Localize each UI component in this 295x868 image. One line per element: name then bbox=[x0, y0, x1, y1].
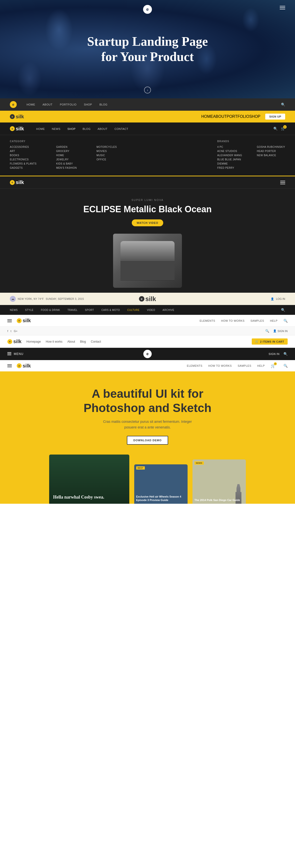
googleplus-link[interactable]: G+ bbox=[14, 330, 18, 333]
news-cat-cars[interactable]: CARS & MOTO bbox=[101, 309, 120, 311]
yellow-nav-home[interactable]: HOME bbox=[201, 114, 213, 119]
dropdown-nav-search-icon[interactable]: 🔍 bbox=[273, 127, 277, 131]
brand-new-balance[interactable]: NEW BALANCE bbox=[257, 154, 285, 157]
elements2-link-how[interactable]: HOW TO WORKS bbox=[208, 364, 232, 367]
dark-nav-search-icon[interactable]: 🔍 bbox=[281, 102, 285, 106]
news-search-icon[interactable]: 🔍 bbox=[281, 308, 285, 312]
dropdown-nav-logo-icon: e bbox=[10, 126, 15, 131]
news-cat-archive[interactable]: ARCHIVE bbox=[163, 309, 174, 311]
elements-link-samples[interactable]: SAMPLES bbox=[251, 319, 264, 322]
news-cat-travel[interactable]: TRAVEL bbox=[67, 309, 77, 311]
cat-kids[interactable]: KIDS & BABY bbox=[56, 162, 77, 165]
twitter-link[interactable]: t bbox=[10, 330, 11, 333]
brand-gosha[interactable]: GOSHA RUBCHINSKIY bbox=[257, 146, 285, 148]
cat-jewelry[interactable]: JEWELRY bbox=[56, 158, 77, 161]
yellow-nav-shop[interactable]: SHOP bbox=[249, 114, 260, 119]
product-nav-hamburger[interactable] bbox=[280, 181, 285, 184]
brand-fredperry[interactable]: FRED PERRY bbox=[217, 166, 242, 169]
menu-bar-center-logo[interactable]: e bbox=[143, 350, 152, 358]
elements-nav2-bar: e silk ELEMENTS HOW TO WORKS SAMPLES HEL… bbox=[0, 360, 295, 372]
cart-button[interactable]: 🛒 2 ITEMS IN CART bbox=[252, 338, 288, 345]
elements-link-how[interactable]: HOW TO WORKS bbox=[221, 319, 244, 322]
news-cat-food[interactable]: FOOD & DRINK bbox=[41, 309, 60, 311]
cat-garden[interactable]: GARDEN bbox=[56, 146, 77, 148]
dark-nav-portfolio[interactable]: PORTFOLIO bbox=[60, 103, 76, 106]
brand-4pc[interactable]: 4 PC bbox=[217, 146, 242, 148]
menu-toggle[interactable]: MENU bbox=[7, 352, 23, 356]
cat-mens-fashion[interactable]: MEN'S FASHION bbox=[56, 166, 77, 169]
yellow-nav-signup-button[interactable]: SIGN UP bbox=[265, 114, 285, 120]
cat-electronics[interactable]: ELECTRONICS bbox=[10, 158, 37, 161]
cat-art[interactable]: ART bbox=[10, 150, 37, 153]
brand-head[interactable]: HEAD PORTER bbox=[257, 150, 285, 153]
dark-nav-about[interactable]: ABOUT bbox=[42, 103, 52, 106]
news-cat-style[interactable]: STYLE bbox=[25, 309, 33, 311]
elements-link-elements[interactable]: ELEMENTS bbox=[200, 319, 215, 322]
social-bar-search-icon[interactable]: 🔍 bbox=[265, 329, 269, 333]
shop-nav-blog[interactable]: Blog bbox=[80, 340, 86, 343]
download-demo-button[interactable]: DOWNLOAD DEMO bbox=[127, 436, 168, 445]
dropdown-nav-brand: e silk bbox=[10, 126, 24, 132]
shop-nav-contact[interactable]: Contact bbox=[91, 340, 101, 343]
menu-signin-button[interactable]: SIGN IN bbox=[269, 352, 280, 355]
shop-nav-brand-text: silk bbox=[13, 339, 22, 344]
dark-nav-home[interactable]: HOME bbox=[27, 103, 35, 106]
elements2-link-elements[interactable]: ELEMENTS bbox=[187, 364, 202, 367]
dark-nav-logo[interactable]: e bbox=[10, 101, 17, 108]
dropdown-nav-news[interactable]: NEWS bbox=[52, 127, 61, 130]
brand-diemme[interactable]: DIEMME bbox=[217, 162, 242, 165]
signin-link[interactable]: 👤 SIGN IN bbox=[273, 329, 288, 333]
yellow-nav-brand-text: silk bbox=[16, 114, 24, 120]
shop-nav-how[interactable]: How it works bbox=[46, 340, 62, 343]
news-nav-wrapper: ☁ NEW YORK, NY 74°F Sunday, September 3,… bbox=[0, 293, 295, 315]
dropdown-nav-about[interactable]: ABOUT bbox=[98, 127, 107, 130]
brand-alexander[interactable]: ALEXANDER WANG bbox=[217, 154, 242, 157]
menu-search-icon[interactable]: 🔍 bbox=[284, 352, 288, 356]
cat-gadgets[interactable]: GADGETS bbox=[10, 166, 37, 169]
news-cat-culture[interactable]: CULTURE bbox=[127, 309, 140, 311]
product-title: ECLIPSE Metallic Black Ocean bbox=[83, 204, 212, 215]
hero-hamburger-icon[interactable] bbox=[280, 6, 285, 9]
hero-scroll-button[interactable]: ↓ bbox=[144, 87, 151, 93]
elements-nav2-cart[interactable]: 🛒 0 bbox=[271, 364, 275, 368]
facebook-link[interactable]: f bbox=[7, 330, 8, 333]
hero-logo[interactable]: e bbox=[143, 5, 152, 14]
dropdown-nav-shop[interactable]: SHOP bbox=[67, 127, 75, 130]
dark-nav-blog[interactable]: BLOG bbox=[99, 103, 107, 106]
shop-nav-homepage[interactable]: Homepage bbox=[26, 340, 41, 343]
cat-movies[interactable]: MOVIES bbox=[97, 150, 117, 153]
elements-nav2-search-icon[interactable]: 🔍 bbox=[284, 364, 288, 368]
elements-nav-hamburger[interactable] bbox=[7, 319, 12, 322]
elements-link-help[interactable]: HELP bbox=[270, 319, 277, 322]
elements2-link-help[interactable]: HELP bbox=[257, 364, 265, 367]
brand-acne[interactable]: ACNE STUDIOS bbox=[217, 150, 242, 153]
cat-flowers[interactable]: FLOWERS & PLANTS bbox=[10, 162, 37, 165]
watch-video-button[interactable]: WATCH VIDEO bbox=[132, 219, 163, 226]
cat-home[interactable]: HOME bbox=[56, 154, 77, 157]
elements-nav-search-icon[interactable]: 🔍 bbox=[284, 319, 288, 323]
brand-blueblue[interactable]: BLUE BLUE JAPAN bbox=[217, 158, 242, 161]
dark-nav-shop[interactable]: SHOP bbox=[84, 103, 92, 106]
dropdown-nav-blog[interactable]: BLOG bbox=[83, 127, 91, 130]
dropdown-nav-cart[interactable]: 🛒 0 bbox=[281, 127, 285, 131]
cat-accessories[interactable]: ACCESSORIES bbox=[10, 146, 37, 148]
dropdown-nav-contact[interactable]: CONTACT bbox=[114, 127, 128, 130]
cat-grocery[interactable]: GROCERY bbox=[56, 150, 77, 153]
elements2-link-samples[interactable]: SAMPLES bbox=[238, 364, 251, 367]
cat-office[interactable]: OFFICE bbox=[97, 158, 117, 161]
yellow-nav-portfolio[interactable]: PORTFOLIO bbox=[227, 114, 249, 119]
yellow-nav-about[interactable]: ABOUT bbox=[213, 114, 227, 119]
cat-books[interactable]: BOOKS bbox=[10, 154, 37, 157]
cat-music[interactable]: MUSIC bbox=[97, 154, 117, 157]
elements-nav2-hamburger[interactable] bbox=[7, 364, 12, 367]
shop-nav-about[interactable]: About bbox=[67, 340, 75, 343]
news-logo-icon: e bbox=[139, 296, 144, 302]
news-cat-video[interactable]: VIDEO bbox=[147, 309, 155, 311]
news-cat-sport[interactable]: SPORT bbox=[85, 309, 94, 311]
cart-icon-shop: 🛒 bbox=[255, 340, 259, 343]
news-login[interactable]: 👤 LOG IN bbox=[271, 298, 285, 301]
cat-motorcycles[interactable]: MOTORCYCLES bbox=[97, 146, 117, 148]
yellow-nav-brand: e silk bbox=[10, 114, 24, 120]
news-cat-news[interactable]: NEWS bbox=[10, 309, 18, 311]
dropdown-nav-home[interactable]: HOME bbox=[36, 127, 45, 130]
